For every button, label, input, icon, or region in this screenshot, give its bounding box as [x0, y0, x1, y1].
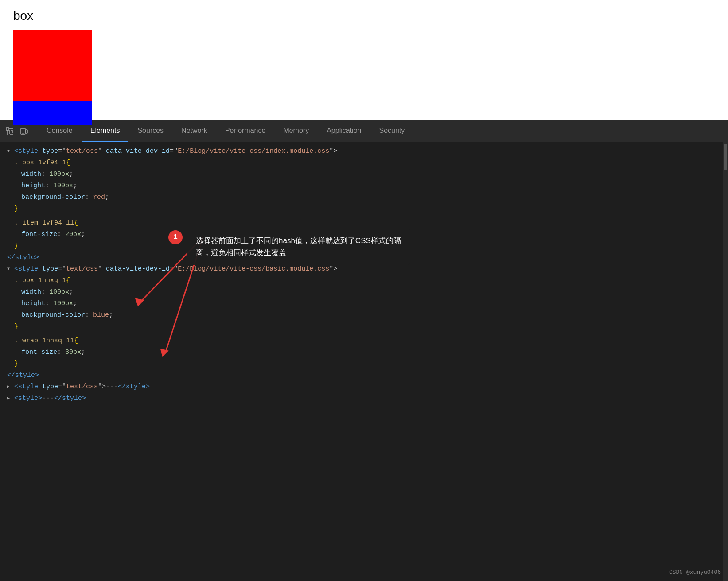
device-toolbar-icon[interactable]	[18, 125, 30, 137]
tooltip-line2: 离，避免相同样式发生覆盖	[196, 247, 401, 259]
scrollbar[interactable]	[723, 142, 728, 581]
code-line-style4: ▶ <style> ··· </style>	[0, 393, 728, 404]
code-line-close3: }	[0, 321, 728, 333]
code-line-style1-open: ▼ <style type="text/css" data-vite-dev-i…	[0, 146, 728, 157]
toolbar-separator	[35, 125, 35, 137]
tab-performance[interactable]: Performance	[216, 120, 275, 142]
code-line-close4: }	[0, 358, 728, 370]
svg-rect-0	[6, 128, 9, 130]
tooltip-line1: 选择器前面加上了不同的hash值，这样就达到了CSS样式的隔	[196, 235, 401, 247]
devtools-panel: Console Elements Sources Network Perform…	[0, 120, 728, 581]
code-line-selector3: ._box_1nhxq_1 {	[0, 275, 728, 287]
expand-icon[interactable]: ▼	[7, 148, 12, 155]
code-line-fontsize2: font-size: 30px;	[0, 347, 728, 358]
code-line-selector1: ._box_1vf94_1 {	[0, 157, 728, 169]
element-picker-icon[interactable]	[4, 125, 16, 137]
svg-rect-5	[26, 130, 27, 133]
expand-icon-4[interactable]: ▶	[7, 395, 12, 402]
code-line-selector2: ._item_1vf94_11 {	[0, 217, 728, 229]
code-line-width1: width: 100px;	[0, 169, 728, 180]
tooltip-container: 1 选择器前面加上了不同的hash值，这样就达到了CSS样式的隔 离，避免相同样…	[168, 229, 410, 265]
expand-icon-3[interactable]: ▶	[7, 383, 12, 391]
red-box	[13, 30, 92, 101]
code-line-close1: }	[0, 203, 728, 215]
tab-sources[interactable]: Sources	[128, 120, 172, 142]
devtools-tabs: Console Elements Sources Network Perform…	[38, 120, 724, 142]
code-line-style2-open: ▼ <style type="text/css" data-vite-dev-i…	[0, 263, 728, 275]
devtools-toolbar: Console Elements Sources Network Perform…	[0, 120, 728, 142]
tab-memory[interactable]: Memory	[274, 120, 318, 142]
code-line-style2-close: </style>	[0, 370, 728, 381]
code-line-bgcolor2: background-color: blue;	[0, 310, 728, 321]
page-title: box	[13, 9, 715, 23]
code-line-height2: height: 100px;	[0, 298, 728, 310]
blue-box	[13, 101, 92, 125]
code-line-style3: ▶ <style type="text/css"> ··· </style>	[0, 381, 728, 393]
devtools-code-panel: ▼ <style type="text/css" data-vite-dev-i…	[0, 142, 728, 581]
scrollbar-thumb[interactable]	[724, 144, 727, 170]
tab-security[interactable]: Security	[370, 120, 413, 142]
code-line-height1: height: 100px;	[0, 180, 728, 192]
code-line-bgcolor1: background-color: red;	[0, 192, 728, 203]
tooltip-box: 选择器前面加上了不同的hash值，这样就达到了CSS样式的隔 离，避免相同样式发…	[187, 229, 410, 265]
code-line-width2: width: 100px;	[0, 287, 728, 298]
csdn-watermark: CSDN @xunyu0406	[669, 568, 721, 577]
expand-icon-2[interactable]: ▼	[7, 266, 12, 273]
code-line-selector4: ._wrap_1nhxq_11 {	[0, 335, 728, 347]
svg-rect-3	[9, 131, 13, 134]
browser-content-area: box	[0, 0, 728, 120]
tooltip-badge: 1	[168, 230, 183, 244]
tab-application[interactable]: Application	[318, 120, 370, 142]
tab-network[interactable]: Network	[172, 120, 216, 142]
